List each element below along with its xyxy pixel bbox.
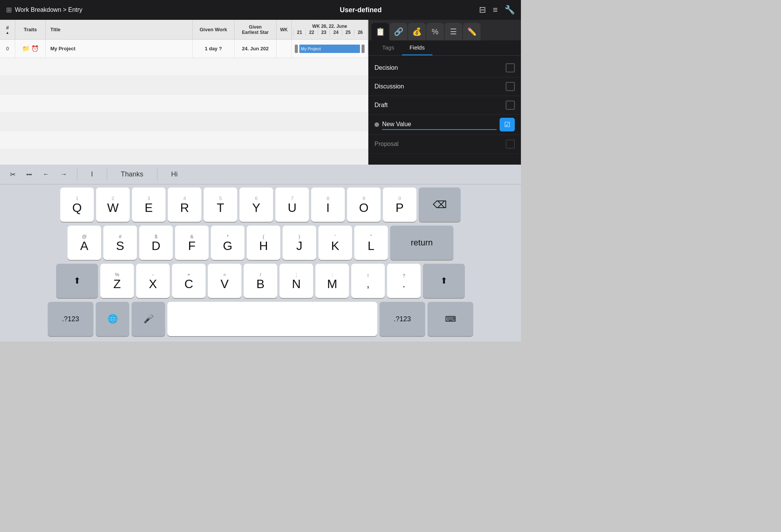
top-bar: ⊞ Work Breakdown > Entry User-defined ⊟ …: [0, 0, 521, 20]
key-numsym-left[interactable]: .?123: [48, 302, 93, 336]
panel-icon-link[interactable]: 🔗: [390, 23, 407, 40]
wk26-days: 21 22 23 24 25 26: [293, 29, 366, 36]
key-period[interactable]: ?.: [387, 264, 421, 298]
key-mic[interactable]: 🎤: [132, 302, 165, 336]
forward-icon[interactable]: →: [56, 168, 71, 181]
toolbar-separator-1: [77, 169, 77, 180]
wrench-icon[interactable]: 🔧: [505, 5, 515, 15]
key-M[interactable]: :M: [315, 264, 349, 298]
panel-item-decision[interactable]: Decision: [368, 59, 521, 77]
key-V[interactable]: =V: [208, 264, 241, 298]
tab-tags[interactable]: Tags: [374, 40, 402, 55]
panel-item-draft[interactable]: Draft: [368, 96, 521, 115]
key-T[interactable]: 5T: [204, 187, 237, 222]
key-X[interactable]: -X: [136, 264, 170, 298]
key-Z[interactable]: %Z: [100, 264, 134, 298]
col-header-given-earliest: Given Earliest Star: [235, 20, 276, 39]
cell-wk: [276, 40, 292, 58]
top-bar-right: ⊟ ≡ 🔧: [479, 5, 515, 15]
key-return[interactable]: return: [390, 226, 453, 260]
panel-icon-list[interactable]: ☰: [445, 23, 462, 40]
empty-row-6: [0, 149, 368, 165]
cell-traits: 📁 ⏰: [15, 40, 46, 58]
key-N[interactable]: ;N: [280, 264, 313, 298]
key-dismiss[interactable]: ⌨: [427, 302, 473, 336]
gantt-bar-container: My Project: [295, 45, 365, 53]
checkbox-discussion[interactable]: [506, 82, 515, 91]
key-G[interactable]: *G: [211, 226, 244, 260]
panel-tabs: Tags Fields: [368, 40, 521, 56]
key-globe[interactable]: 🌐: [96, 302, 129, 336]
key-I[interactable]: 8I: [311, 187, 345, 222]
key-U[interactable]: 7U: [275, 187, 309, 222]
cell-given-work: 1 day ?: [193, 40, 235, 58]
back-icon[interactable]: ←: [39, 168, 53, 181]
checkbox-proposal[interactable]: [506, 139, 515, 149]
key-K[interactable]: 'K: [318, 226, 352, 260]
cell-given-earliest: 24. Jun 202: [235, 40, 276, 58]
key-P[interactable]: 0P: [383, 187, 416, 222]
col-header-title: Title: [46, 20, 193, 39]
new-value-dot: [374, 122, 379, 127]
key-comma[interactable]: !,: [351, 264, 385, 298]
empty-row-1: [0, 58, 368, 76]
gantt-handle-right[interactable]: [362, 45, 365, 53]
table-row[interactable]: 0 📁 ⏰ My Project 1 day ? 24. Jun 202 My …: [0, 40, 368, 58]
dots-icon[interactable]: •••: [22, 169, 36, 180]
key-B[interactable]: /B: [244, 264, 277, 298]
key-E[interactable]: 3E: [132, 187, 166, 222]
key-numsym-right[interactable]: .?123: [379, 302, 425, 336]
key-W[interactable]: 2W: [96, 187, 130, 222]
level-icon[interactable]: ≡: [493, 5, 498, 15]
key-A[interactable]: @A: [67, 226, 101, 260]
key-R[interactable]: 4R: [168, 187, 201, 222]
empty-row-3: [0, 95, 368, 113]
cell-gantt[interactable]: My Project: [292, 40, 368, 58]
filter-icon[interactable]: ⊟: [479, 5, 486, 15]
key-shift-right[interactable]: ⬆: [423, 264, 465, 298]
key-L[interactable]: "L: [354, 226, 388, 260]
key-Q[interactable]: 1Q: [60, 187, 94, 222]
cut-icon[interactable]: ✂: [6, 168, 19, 181]
panel-icon-clipboard[interactable]: 📋: [371, 23, 389, 40]
grid-icon: ⊞: [6, 6, 12, 14]
gantt-handle-left[interactable]: [295, 45, 298, 53]
checkbox-decision[interactable]: [506, 63, 515, 72]
toolbar-word-thanks[interactable]: Thanks: [113, 168, 151, 181]
wk26-day-24: 24: [329, 29, 342, 36]
key-J[interactable]: )J: [283, 226, 316, 260]
new-value-add-button[interactable]: ☑: [500, 118, 515, 131]
toolbar-word-I[interactable]: I: [84, 168, 101, 181]
table-header: # ▲ Traits Title Given Work Given Earlie…: [0, 20, 368, 40]
key-F[interactable]: &F: [175, 226, 209, 260]
wk26-day-21: 21: [293, 29, 305, 36]
panel-icon-edit[interactable]: ✏️: [463, 23, 480, 40]
key-D[interactable]: $D: [139, 226, 173, 260]
key-O[interactable]: 9O: [347, 187, 381, 222]
panel-icon-dollar[interactable]: 💰: [408, 23, 426, 40]
sort-arrow: ▲: [6, 30, 10, 35]
panel-item-discussion[interactable]: Discussion: [368, 77, 521, 96]
empty-row-4: [0, 113, 368, 131]
key-H[interactable]: (H: [247, 226, 280, 260]
tab-fields[interactable]: Fields: [402, 40, 432, 55]
panel-icon-percent[interactable]: %: [426, 23, 444, 40]
key-shift-left[interactable]: ⬆: [56, 264, 98, 298]
key-backspace[interactable]: ⌫: [419, 187, 461, 222]
key-S[interactable]: #S: [103, 226, 137, 260]
new-value-input[interactable]: [382, 119, 497, 130]
table-section: # ▲ Traits Title Given Work Given Earlie…: [0, 20, 368, 165]
wk26-day-23: 23: [318, 29, 330, 36]
key-space[interactable]: [167, 302, 377, 336]
toolbar-separator-3: [157, 169, 157, 180]
panel-item-proposal[interactable]: Proposal: [368, 135, 521, 154]
empty-rows: [0, 58, 368, 165]
gantt-bar[interactable]: My Project: [299, 45, 360, 53]
wk26-day-25: 25: [342, 29, 354, 36]
key-C[interactable]: +C: [172, 264, 206, 298]
key-Y[interactable]: 6Y: [239, 187, 273, 222]
folder-icon: 📁: [22, 45, 30, 52]
breadcrumb: Work Breakdown > Entry: [15, 6, 82, 13]
checkbox-draft[interactable]: [506, 101, 515, 110]
toolbar-word-hi[interactable]: Hi: [164, 168, 185, 181]
